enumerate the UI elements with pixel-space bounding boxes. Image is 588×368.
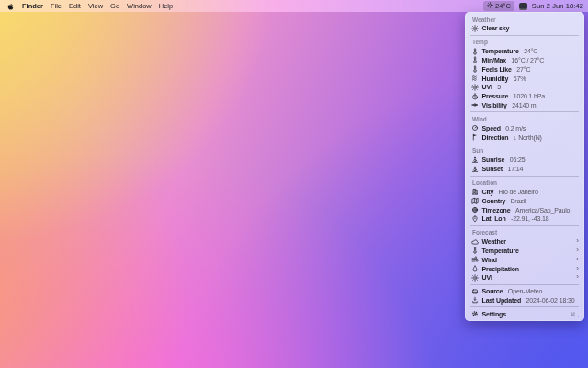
- menu-row-country[interactable]: CountryBrazil: [465, 196, 584, 205]
- row-label: Direction: [482, 134, 509, 141]
- row-label: Sunset: [482, 166, 503, 172]
- row-value: Brazil: [511, 198, 526, 204]
- menu-divider: [470, 35, 579, 36]
- chevron-right-icon: ›: [576, 247, 579, 255]
- menubar-menu-edit[interactable]: Edit: [69, 2, 81, 10]
- row-label: Settings...: [482, 311, 512, 317]
- menu-bar: FinderFileEditViewGoWindowHelp 24°C Sun …: [0, 0, 588, 12]
- menu-row-visibility[interactable]: Visibility24140 m: [465, 101, 584, 110]
- row-value: 5: [497, 84, 501, 90]
- keyboard-shortcut: ⌘ ,: [570, 311, 579, 317]
- menu-bar-status-items: 24°C Sun 2 Jun 18:42: [483, 1, 588, 12]
- chevron-right-icon: ›: [576, 273, 579, 282]
- row-label: Source: [482, 288, 503, 294]
- section-title-sun: Sun: [465, 146, 584, 155]
- row-label: Min/Max: [482, 57, 507, 63]
- row-value: 24140 m: [512, 102, 536, 109]
- row-label: Lat, Lon: [482, 215, 506, 222]
- menu-row-speed[interactable]: Speed0.2 m/s: [465, 123, 584, 132]
- row-label: Humidity: [482, 75, 509, 82]
- chevron-right-icon: ›: [576, 237, 579, 246]
- menu-row-temperature[interactable]: Temperature›: [465, 247, 584, 256]
- thermometer-icon: [471, 247, 479, 254]
- menu-divider: [470, 144, 579, 144]
- chevron-right-icon: ›: [576, 265, 579, 273]
- row-label: Pressure: [482, 93, 509, 99]
- gear-icon: [471, 310, 479, 317]
- row-label: Temperature: [482, 48, 519, 54]
- chevron-right-icon: ›: [576, 256, 579, 264]
- menubar-menu-go[interactable]: Go: [110, 2, 119, 10]
- menubar-weather-item[interactable]: 24°C: [483, 1, 514, 12]
- section-title-location: Location: [465, 178, 584, 188]
- row-value: 0.2 m/s: [505, 125, 526, 132]
- menu-row-humidity[interactable]: Humidity67%: [465, 74, 584, 83]
- menubar-menu-help[interactable]: Help: [159, 2, 173, 10]
- menu-row-clear-sky[interactable]: Clear sky: [465, 24, 584, 33]
- menubar-menu-view[interactable]: View: [88, 2, 103, 10]
- server-icon: [471, 288, 479, 295]
- menu-row-last-updated[interactable]: Last Updated2024-06-02 18:30: [465, 296, 584, 305]
- cloud-icon: [471, 238, 479, 246]
- sun-icon: [471, 274, 479, 282]
- row-value: 1020.1 hPa: [514, 93, 545, 99]
- menu-row-feels-like[interactable]: Feels Like27°C: [465, 64, 584, 74]
- row-value: ↓ North(N): [514, 134, 542, 141]
- sun-icon: [471, 84, 479, 91]
- menu-row-uvi[interactable]: UVI5: [465, 83, 584, 92]
- sun-icon: [487, 2, 493, 10]
- menubar-menu-finder[interactable]: Finder: [22, 2, 43, 10]
- download-icon: [471, 296, 479, 304]
- pin-icon: [471, 215, 479, 223]
- row-value: -22.91, -43.18: [511, 215, 549, 222]
- menu-row-lat-lon[interactable]: Lat, Lon-22.91, -43.18: [465, 214, 584, 224]
- thermometer-icon: [471, 56, 479, 63]
- row-label: Country: [482, 198, 506, 204]
- row-label: Wind: [482, 257, 497, 263]
- menubar-app-chip-icon[interactable]: [519, 3, 527, 10]
- city-icon: [471, 188, 479, 195]
- menu-divider: [470, 306, 579, 307]
- menu-row-weather[interactable]: Weather›: [465, 237, 584, 247]
- menubar-menu-window[interactable]: Window: [127, 2, 152, 10]
- menu-row-temperature[interactable]: Temperature24°C: [465, 47, 584, 56]
- menu-row-wind[interactable]: Wind›: [465, 255, 584, 264]
- row-label: UVI: [482, 274, 492, 281]
- visibility-icon: [471, 101, 479, 109]
- menu-row-source[interactable]: SourceOpen-Meteo: [465, 287, 584, 296]
- section-title-wind: Wind: [465, 114, 584, 123]
- row-label: UVI: [482, 84, 492, 90]
- menu-row-sunset[interactable]: Sunset17:14: [465, 165, 584, 174]
- menu-row-precipitation[interactable]: Precipitation›: [465, 264, 584, 273]
- menu-row-min-max[interactable]: Min/Max16°C / 27°C: [465, 56, 584, 65]
- row-label: Clear sky: [482, 25, 510, 31]
- globe-icon: [471, 206, 479, 213]
- apple-menu-icon[interactable]: [6, 2, 15, 11]
- sun-icon: [471, 25, 479, 32]
- menu-row-pressure[interactable]: Pressure1020.1 hPa: [465, 92, 584, 101]
- thermometer-icon: [471, 65, 479, 73]
- pressure-icon: [471, 93, 479, 100]
- row-label: Last Updated: [482, 297, 522, 304]
- menu-row-settings[interactable]: Settings...⌘ ,: [465, 309, 584, 318]
- row-label: Precipitation: [482, 266, 519, 272]
- sunset-icon: [471, 166, 479, 173]
- menu-divider: [470, 111, 579, 112]
- menubar-menu-file[interactable]: File: [51, 2, 62, 10]
- map-icon: [471, 197, 479, 204]
- row-value: 24°C: [524, 48, 537, 54]
- row-label: Temperature: [482, 247, 519, 254]
- menubar-clock[interactable]: Sun 2 Jun 18:42: [532, 2, 583, 10]
- menu-divider: [470, 284, 579, 285]
- menu-row-timezone[interactable]: TimezoneAmerica/Sao_Paulo: [465, 205, 584, 214]
- speed-icon: [471, 124, 479, 132]
- menu-row-uvi[interactable]: UVI›: [465, 273, 584, 282]
- row-value: America/Sao_Paulo: [515, 207, 570, 213]
- row-value: 17:14: [507, 166, 523, 172]
- menubar-weather-temp: 24°C: [495, 3, 511, 10]
- menu-row-sunrise[interactable]: Sunrise06:25: [465, 155, 584, 165]
- menu-row-city[interactable]: CityRio de Janeiro: [465, 188, 584, 197]
- row-value: 16°C / 27°C: [512, 57, 544, 63]
- menu-divider: [470, 225, 579, 226]
- menu-row-direction[interactable]: Direction↓ North(N): [465, 132, 584, 142]
